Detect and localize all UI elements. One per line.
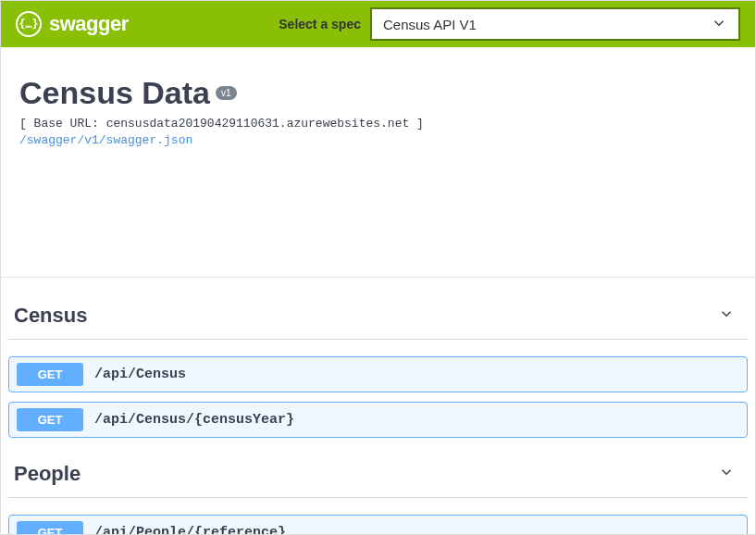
operation-row[interactable]: GET /api/Census <box>8 356 748 392</box>
chevron-down-icon <box>718 464 735 484</box>
method-badge-get: GET <box>17 521 83 535</box>
tag-name: Census <box>14 304 87 328</box>
operations-census: GET /api/Census GET /api/Census/{censusY… <box>8 340 748 445</box>
title-row: Census Data v1 <box>19 75 737 111</box>
operation-path: /api/People/{reference} <box>94 525 286 535</box>
spec-selected-value: Census API V1 <box>383 17 477 32</box>
operations-people: GET /api/People/{reference} <box>8 498 748 535</box>
topbar: {…} swagger Select a spec Census API V1 <box>1 1 755 47</box>
version-badge: v1 <box>216 86 237 100</box>
tag-block-people: People GET /api/People/{reference} <box>8 454 748 535</box>
spec-select[interactable]: Census API V1 <box>370 7 740 41</box>
swagger-json-link[interactable]: /swagger/v1/swagger.json <box>19 133 192 147</box>
method-badge-get: GET <box>17 363 83 386</box>
chevron-down-icon <box>718 305 735 326</box>
brand: {…} swagger <box>16 11 129 37</box>
spec-label: Select a spec <box>279 17 361 31</box>
operation-path: /api/Census <box>94 367 186 382</box>
operation-path: /api/Census/{censusYear} <box>94 412 294 428</box>
main-content: Census Data v1 [ Base URL: censusdata201… <box>1 47 755 166</box>
base-url: [ Base URL: censusdata20190429110631.azu… <box>19 117 737 131</box>
tag-name: People <box>14 462 81 486</box>
method-badge-get: GET <box>17 408 83 431</box>
brand-text: swagger <box>49 12 129 36</box>
tag-block-census: Census GET /api/Census GET /api/Census/{… <box>8 296 748 445</box>
tag-header-people[interactable]: People <box>8 454 748 498</box>
chevron-down-icon <box>711 15 727 34</box>
tag-header-census[interactable]: Census <box>8 296 748 340</box>
spec-selector-wrap: Select a spec Census API V1 <box>279 7 740 41</box>
api-title: Census Data <box>19 75 210 111</box>
swagger-logo-icon: {…} <box>16 11 42 37</box>
operation-row[interactable]: GET /api/Census/{censusYear} <box>8 402 748 438</box>
operation-row[interactable]: GET /api/People/{reference} <box>8 515 748 535</box>
tags-section: Census GET /api/Census GET /api/Census/{… <box>1 278 755 535</box>
